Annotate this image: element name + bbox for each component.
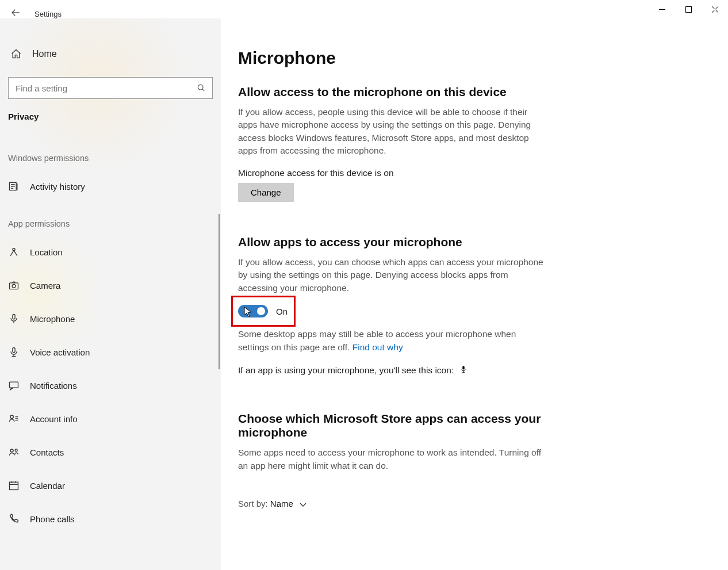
section-label-windows: Windows permissions [0, 121, 221, 163]
sort-dropdown[interactable]: Name [270, 499, 307, 508]
window-controls [649, 0, 728, 18]
sidebar-item-label: Activity history [30, 182, 85, 192]
phone-icon [8, 513, 20, 525]
svg-point-25 [10, 449, 13, 452]
sidebar-item-label: Calendar [30, 481, 65, 491]
voice-activation-icon [8, 346, 20, 358]
minimize-button[interactable] [649, 0, 675, 18]
home-icon [10, 48, 22, 60]
sidebar-item-voice-activation[interactable]: Voice activation [0, 335, 221, 369]
section2-description: If you allow access, you can choose whic… [238, 256, 549, 294]
notifications-icon [8, 380, 20, 391]
microphone-inline-icon [459, 365, 468, 377]
find-out-why-link[interactable]: Find out why [352, 342, 403, 352]
svg-point-21 [10, 415, 13, 418]
svg-rect-13 [10, 283, 18, 289]
section3-description: Some apps need to access your microphone… [238, 446, 549, 472]
sidebar-item-location[interactable]: Location [0, 235, 221, 269]
section3-heading: Choose which Microsoft Store apps can ac… [238, 412, 560, 439]
sidebar-item-label: Contacts [30, 447, 64, 457]
sidebar-item-label: Phone calls [30, 514, 75, 524]
svg-rect-36 [462, 372, 465, 373]
sidebar-item-microphone[interactable]: Microphone [0, 302, 221, 335]
sidebar-item-label: Microphone [30, 314, 75, 324]
allow-apps-toggle[interactable] [238, 305, 268, 317]
cursor-icon [244, 307, 253, 318]
change-button[interactable]: Change [238, 183, 294, 202]
microphone-icon [8, 313, 20, 324]
sidebar-item-calendar[interactable]: Calendar [0, 469, 221, 502]
app-title: Settings [35, 10, 62, 18]
activity-icon [8, 181, 20, 192]
sidebar: Settings Home Privacy Windows permission… [0, 18, 221, 570]
svg-rect-20 [10, 382, 18, 388]
section1-description: If you allow access, people using this d… [238, 106, 549, 158]
sidebar-item-label: Notifications [30, 381, 77, 391]
section-label-app: App permissions [0, 203, 221, 228]
sidebar-item-phone-calls[interactable]: Phone calls [0, 502, 221, 535]
svg-point-26 [15, 449, 17, 452]
svg-rect-34 [463, 366, 465, 369]
contacts-icon [8, 446, 20, 458]
section2-heading: Allow apps to access your microphone [238, 235, 560, 249]
sort-label: Sort by: [238, 499, 268, 508]
nav-list-app: Location Camera Microphone [0, 235, 221, 535]
close-button[interactable] [702, 0, 728, 18]
desktop-apps-note: Some desktop apps may still be able to a… [238, 328, 549, 354]
sidebar-item-activity-history[interactable]: Activity history [0, 170, 221, 203]
account-info-icon [8, 413, 20, 424]
page-title: Microphone [238, 48, 700, 68]
location-icon [8, 246, 20, 258]
section1-heading: Allow access to the microphone on this d… [238, 85, 560, 99]
maximize-button[interactable] [675, 0, 702, 18]
search-wrap [8, 77, 213, 99]
search-input[interactable] [8, 77, 213, 99]
icon-note-text: If an app is using your microphone, you'… [238, 365, 454, 375]
sidebar-item-label: Camera [30, 281, 60, 290]
camera-icon [8, 280, 20, 291]
main-content: Microphone Allow access to the microphon… [221, 18, 728, 570]
sidebar-scrollbar[interactable] [219, 214, 220, 369]
svg-point-14 [12, 284, 16, 288]
toggle-state-label: On [276, 307, 288, 316]
sidebar-item-home[interactable]: Home [0, 40, 221, 68]
category-heading: Privacy [0, 99, 221, 121]
svg-rect-35 [463, 371, 464, 372]
sidebar-item-camera[interactable]: Camera [0, 269, 221, 302]
sort-value: Name [270, 499, 293, 508]
nav-list-windows: Activity history [0, 170, 221, 203]
sidebar-item-label: Voice activation [30, 347, 90, 357]
svg-rect-17 [13, 348, 15, 353]
back-button[interactable] [10, 7, 21, 20]
icon-usage-note: If an app is using your microphone, you'… [238, 364, 549, 377]
sidebar-item-account-info[interactable]: Account info [0, 402, 221, 435]
svg-rect-1 [685, 6, 691, 12]
svg-rect-15 [13, 315, 15, 319]
home-label: Home [32, 49, 57, 59]
sidebar-item-notifications[interactable]: Notifications [0, 369, 221, 402]
access-status: Microphone access for this device is on [238, 168, 700, 178]
sidebar-item-label: Location [30, 247, 63, 257]
chevron-down-icon [299, 500, 307, 510]
sidebar-item-label: Account info [30, 414, 78, 424]
svg-rect-27 [10, 482, 18, 489]
calendar-icon [8, 480, 20, 491]
sort-row: Sort by: Name [238, 499, 700, 510]
sidebar-item-contacts[interactable]: Contacts [0, 435, 221, 469]
